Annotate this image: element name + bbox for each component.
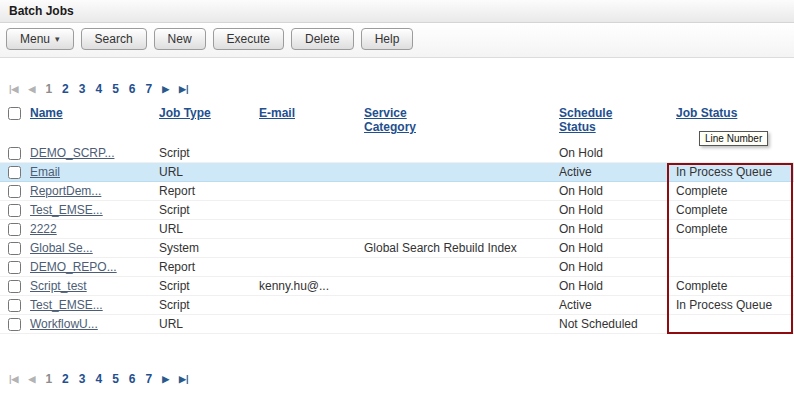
header-row: Name Job Type E-mail Service Category Sc… (0, 104, 794, 144)
cell-checkbox (0, 220, 26, 239)
cell-job-type: Report (155, 258, 255, 277)
cell-schedule-status: On Hold (555, 220, 672, 239)
record-link[interactable]: DEMO_SCRP... (30, 146, 114, 160)
cell-job-type: System (155, 239, 255, 258)
row-checkbox[interactable] (8, 299, 21, 312)
page-4-link[interactable]: 4 (95, 372, 102, 386)
table-row: WorkflowU...URLNot Scheduled (0, 315, 794, 334)
column-header-job-status[interactable]: Job Status (676, 106, 737, 120)
record-link[interactable]: 2222 (30, 222, 57, 236)
cell-checkbox (0, 315, 26, 334)
cell-job-type: Script (155, 277, 255, 296)
table-row: Test_EMSE...ScriptActiveIn Process Queue (0, 296, 794, 315)
record-link[interactable]: Email (30, 165, 60, 179)
cell-job-status: Complete (672, 201, 794, 220)
cell-checkbox (0, 239, 26, 258)
cell-job-status (672, 258, 794, 277)
page-6-link[interactable]: 6 (129, 372, 136, 386)
page-2-link[interactable]: 2 (62, 82, 69, 96)
table-row: 2222URLOn HoldComplete (0, 220, 794, 239)
row-checkbox[interactable] (8, 166, 21, 179)
cell-job-status (672, 239, 794, 258)
page-2-link[interactable]: 2 (62, 372, 69, 386)
column-header-job-type[interactable]: Job Type (159, 106, 211, 120)
cell-checkbox (0, 258, 26, 277)
cell-service-category: Global Search Rebuild Index (360, 239, 555, 258)
cell-email (255, 201, 360, 220)
page-5-link[interactable]: 5 (112, 372, 119, 386)
row-checkbox[interactable] (8, 261, 21, 274)
page-3-link[interactable]: 3 (79, 82, 86, 96)
row-checkbox[interactable] (8, 223, 21, 236)
header-checkbox-cell (0, 104, 26, 144)
cell-name: ReportDem... (26, 182, 155, 201)
next-page-button[interactable]: ▶ (162, 374, 169, 384)
table-body: DEMO_SCRP...ScriptOn HoldEmailURLActiveI… (0, 144, 794, 334)
record-link[interactable]: Test_EMSE... (30, 298, 103, 312)
row-checkbox[interactable] (8, 185, 21, 198)
menu-button[interactable]: Menu ▾ (6, 28, 74, 50)
record-link[interactable]: WorkflowU... (30, 317, 98, 331)
line-number-tooltip: Line Number (699, 131, 768, 146)
cell-email (255, 258, 360, 277)
cell-job-status: Complete (672, 277, 794, 296)
page-3-link[interactable]: 3 (79, 372, 86, 386)
search-button[interactable]: Search (81, 28, 147, 50)
first-page-button: |◀ (9, 84, 18, 94)
last-page-button[interactable]: ▶| (179, 374, 188, 384)
page-5-link[interactable]: 5 (112, 82, 119, 96)
row-checkbox[interactable] (8, 204, 21, 217)
record-link[interactable]: Global Se... (30, 241, 93, 255)
cell-service-category (360, 163, 555, 182)
cell-checkbox (0, 144, 26, 163)
record-link[interactable]: DEMO_REPO... (30, 260, 117, 274)
table-row: DEMO_SCRP...ScriptOn Hold (0, 144, 794, 163)
select-all-checkbox[interactable] (8, 107, 21, 120)
cell-job-status: In Process Queue (672, 163, 794, 182)
record-link[interactable]: ReportDem... (30, 184, 101, 198)
cell-checkbox (0, 296, 26, 315)
page-7-link[interactable]: 7 (146, 372, 153, 386)
cell-schedule-status: On Hold (555, 239, 672, 258)
cell-service-category (360, 277, 555, 296)
record-link[interactable]: Test_EMSE... (30, 203, 103, 217)
cell-name: DEMO_REPO... (26, 258, 155, 277)
cell-schedule-status: On Hold (555, 201, 672, 220)
next-page-button[interactable]: ▶ (162, 84, 169, 94)
cell-name: Test_EMSE... (26, 296, 155, 315)
row-checkbox[interactable] (8, 242, 21, 255)
column-header-name[interactable]: Name (30, 106, 63, 120)
table-row: Script_testScriptkenny.hu@...On HoldComp… (0, 277, 794, 296)
pagination-top: |◀◀1234567▶▶| (0, 80, 794, 98)
cell-service-category (360, 258, 555, 277)
cell-name: 2222 (26, 220, 155, 239)
delete-button[interactable]: Delete (291, 28, 354, 50)
cell-job-type: Script (155, 144, 255, 163)
cell-email (255, 239, 360, 258)
column-header-schedule-status[interactable]: Schedule Status (559, 106, 621, 134)
row-checkbox[interactable] (8, 280, 21, 293)
help-button[interactable]: Help (361, 28, 414, 50)
column-header-email[interactable]: E-mail (259, 106, 295, 120)
last-page-button[interactable]: ▶| (179, 84, 188, 94)
cell-service-category (360, 220, 555, 239)
table-row: Global Se...SystemGlobal Search Rebuild … (0, 239, 794, 258)
cell-job-status (672, 315, 794, 334)
cell-checkbox (0, 277, 26, 296)
page-6-link[interactable]: 6 (129, 82, 136, 96)
record-link[interactable]: Script_test (30, 279, 87, 293)
page-7-link[interactable]: 7 (146, 82, 153, 96)
cell-name: WorkflowU... (26, 315, 155, 334)
page-1-link: 1 (45, 82, 52, 96)
previous-page-button: ◀ (28, 84, 35, 94)
new-button[interactable]: New (154, 28, 206, 50)
row-checkbox[interactable] (8, 147, 21, 160)
cell-checkbox (0, 201, 26, 220)
table-row: ReportDem...ReportOn HoldComplete (0, 182, 794, 201)
cell-checkbox (0, 182, 26, 201)
column-header-service-category[interactable]: Service Category (364, 106, 426, 134)
cell-schedule-status: On Hold (555, 277, 672, 296)
row-checkbox[interactable] (8, 318, 21, 331)
execute-button[interactable]: Execute (213, 28, 284, 50)
page-4-link[interactable]: 4 (95, 82, 102, 96)
